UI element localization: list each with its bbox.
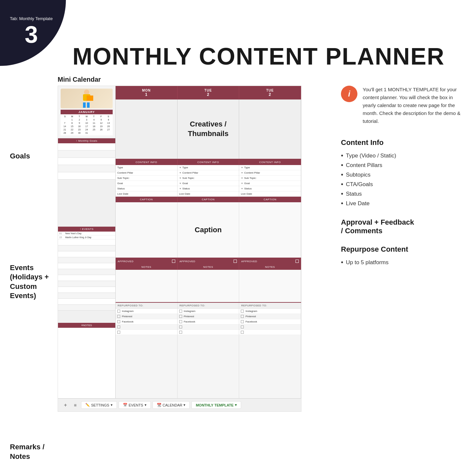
event-long-row <box>58 281 115 287</box>
ci-dropdown: ▼ <box>241 182 243 184</box>
day-name: TUE <box>179 89 238 92</box>
calendar-chevron: ▾ <box>183 403 185 407</box>
goals-header-text: ↑ Monthly Goals <box>76 139 98 142</box>
rp-row: Instagram <box>116 309 177 314</box>
content-info-hdr-2: CONTENT INFO <box>178 159 239 165</box>
notes-body-3 <box>239 270 301 302</box>
monthly-label: MONTHLY TEMPLATE <box>196 403 234 407</box>
caption-headers: CAPTION CAPTION CAPTION <box>116 197 301 202</box>
rp-checkbox[interactable] <box>117 315 120 318</box>
tab-monthly-template[interactable]: MONTHLY TEMPLATE ▾ <box>191 401 241 409</box>
add-tab-button[interactable]: + <box>61 401 70 409</box>
content-info-hdr-1: CONTENT INFO <box>116 159 178 165</box>
calendar-header: S M T W T F S <box>61 115 112 118</box>
ci-pillar-row-2: ▼ Content Pillar <box>178 170 239 176</box>
rp-checkbox[interactable] <box>117 320 120 323</box>
day-num: 2 <box>179 92 238 97</box>
ci-goal-row: Goal <box>116 181 177 186</box>
tab-number: 3 <box>25 23 38 46</box>
person-box <box>87 96 93 101</box>
notes-body-area <box>116 270 301 303</box>
settings-label: SETTINGS <box>91 403 109 407</box>
calendar-icon: 📆 <box>157 403 161 407</box>
ci-dropdown: ▼ <box>179 166 182 169</box>
cal-hdr-s2: S <box>105 115 112 118</box>
events-label: Events (Holidays + Custom Events) <box>10 263 59 301</box>
list-item: Status <box>341 189 466 199</box>
rp-checkbox[interactable] <box>241 320 244 323</box>
rp-checkbox[interactable] <box>241 315 244 318</box>
rp-platform: Facebook <box>184 320 195 323</box>
approved-cell-1: APPROVED <box>116 258 178 264</box>
ci-status-label: Status <box>117 187 135 190</box>
tab-events[interactable]: 📅 EVENTS ▾ <box>119 401 151 409</box>
goals-row <box>58 158 115 165</box>
notes-row-headers: NOTES NOTES NOTES <box>116 264 301 270</box>
rp-checkbox[interactable] <box>117 331 120 334</box>
ci-livedate-label: Live Date <box>117 192 135 195</box>
rp-checkbox[interactable] <box>179 310 182 313</box>
ci-subtopic-row-2: ▼ Sub Topic: <box>178 176 239 181</box>
rp-checkbox[interactable] <box>117 310 120 313</box>
ci-pillar-row: Content Pillar <box>116 170 177 176</box>
caption-center-label: Caption <box>178 202 239 258</box>
rp-row <box>116 324 177 330</box>
approved-checkbox-1[interactable] <box>172 260 175 263</box>
caption-cell-3 <box>239 202 301 258</box>
rp-platform: Instagram <box>245 310 257 313</box>
notes-body-1 <box>116 270 178 302</box>
ci-pillar-label-2: Content Pillar <box>182 171 201 174</box>
rp-checkbox[interactable] <box>179 320 182 323</box>
rp-row: Facebook <box>178 319 239 324</box>
rp-checkbox[interactable] <box>241 331 244 334</box>
remarks-label: Remarks / Notes <box>10 442 59 461</box>
notes-cell-3: NOTES <box>239 264 301 270</box>
rp-row: Facebook <box>116 319 177 324</box>
event-long-row <box>58 251 115 257</box>
tab-bar: + ≡ ✏️ SETTINGS ▾ 📅 EVENTS ▾ 📆 CALENDAR … <box>58 398 301 411</box>
rp-checkbox[interactable] <box>179 315 182 318</box>
rp-row: Instagram <box>178 309 239 314</box>
repurpose-list: Up to 5 platforms <box>341 258 466 267</box>
tab-list-button[interactable]: ≡ <box>71 401 79 409</box>
ci-dropdown: ▼ <box>179 187 182 190</box>
approved-checkbox-3[interactable] <box>295 260 299 263</box>
tab-settings[interactable]: ✏️ SETTINGS ▾ <box>81 401 117 409</box>
approved-checkbox-2[interactable] <box>234 260 237 263</box>
list-item: Content Pillars <box>341 160 466 170</box>
goals-rows <box>58 143 115 227</box>
event-name: Martin Luther King Jr Day <box>65 236 91 238</box>
ci-dropdown: ▼ <box>241 177 243 179</box>
goals-label: Goals <box>10 152 59 161</box>
spreadsheet-right-panel: MON 1 TUE 2 TUE 2 Creatives / Thumbnails <box>116 86 301 411</box>
tab-calendar[interactable]: 📆 CALENDAR ▾ <box>153 401 190 409</box>
rp-checkbox[interactable] <box>117 325 120 328</box>
rp-row: Pinterest <box>178 314 239 319</box>
rp-checkbox[interactable] <box>179 331 182 334</box>
cal-hdr-t: T <box>76 115 83 118</box>
rp-checkbox[interactable] <box>179 325 182 328</box>
list-item: Type (Video / Static) <box>341 151 466 160</box>
event-long-row <box>58 287 115 293</box>
cal-hdr-m: M <box>69 115 76 118</box>
repurpose-right-section: Repurpose Content Up to 5 platforms <box>341 245 466 267</box>
ci-subtopic-label-2: Sub Topic: <box>182 177 201 180</box>
rp-platform: Pinterest <box>184 315 194 318</box>
ci-dropdown: ▼ <box>241 172 243 174</box>
events-long-rows <box>58 239 115 323</box>
caption-hdr-1: CAPTION <box>116 197 178 202</box>
rp-checkbox[interactable] <box>241 325 244 328</box>
ci-livedate-row: Live Date <box>116 191 177 197</box>
rp-checkbox[interactable] <box>241 310 244 313</box>
cal-hdr-s: S <box>61 115 69 118</box>
notes-header-text: ≡NOTES <box>81 324 92 327</box>
settings-chevron: ▾ <box>111 403 113 407</box>
cal-hdr-w: W <box>83 115 90 118</box>
event-num: 01 <box>59 232 64 235</box>
ci-goal-row-2: ▼ Goal <box>178 181 239 186</box>
rp-row: Instagram <box>239 309 301 314</box>
content-info-right-section: Content Info Type (Video / Static) Conte… <box>341 138 466 208</box>
goals-row <box>58 143 115 151</box>
cal-hdr-t2: T <box>90 115 98 118</box>
spreadsheet-left-panel: JANUARY S M T W T F S 1 2 <box>58 86 116 411</box>
